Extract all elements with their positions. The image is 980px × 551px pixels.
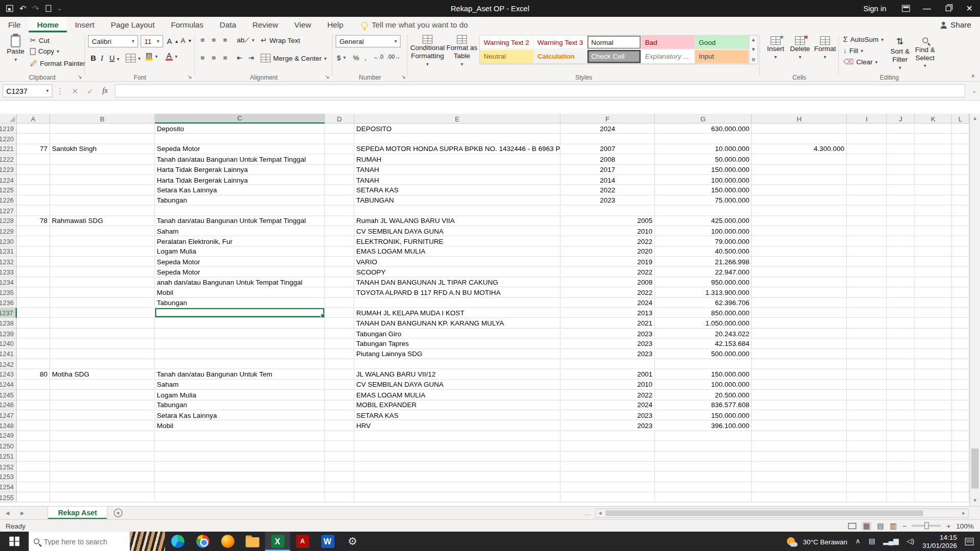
vertical-scroll-thumb[interactable]: [971, 448, 979, 488]
align-left-icon[interactable]: ≡: [201, 54, 205, 61]
cell-H1233[interactable]: [752, 267, 847, 277]
cell-D1223[interactable]: [325, 165, 355, 175]
zoom-slider[interactable]: [912, 525, 941, 527]
cell-L1234[interactable]: [952, 278, 969, 288]
cell-K1229[interactable]: [915, 226, 952, 236]
cell-F1251[interactable]: [560, 452, 655, 462]
scroll-down-icon[interactable]: ▼: [970, 496, 980, 506]
cell-C1223[interactable]: Harta Tidak Bergerak Lainnya: [155, 165, 325, 175]
cell-H1226[interactable]: [752, 195, 847, 206]
cell-I1228[interactable]: [847, 216, 887, 226]
cell-K1237[interactable]: [915, 308, 952, 318]
cell-C1236[interactable]: Tabungan: [155, 298, 325, 308]
cell-E1235[interactable]: TOYOTA ALPARD B 117 RFD A.N BU MOTIHA: [354, 288, 560, 298]
column-header-E[interactable]: E: [354, 114, 560, 124]
cell-F1221[interactable]: 2007: [560, 144, 655, 155]
cell-A1228[interactable]: 78: [17, 216, 50, 226]
gallery-up-icon[interactable]: ▲: [751, 37, 756, 42]
column-header-C[interactable]: C: [155, 114, 325, 124]
scroll-right-icon[interactable]: ►: [960, 509, 968, 517]
cell-B1246[interactable]: [50, 400, 155, 410]
cell-D1233[interactable]: [325, 267, 355, 277]
cell-A1252[interactable]: [17, 462, 50, 472]
cell-E1254[interactable]: [354, 482, 560, 492]
cell-L1228[interactable]: [952, 216, 969, 226]
volume-icon[interactable]: ◁): [907, 537, 915, 545]
cell-style-input[interactable]: Input: [695, 49, 749, 63]
cell-D1252[interactable]: [325, 462, 355, 472]
cell-B1252[interactable]: [50, 462, 155, 472]
sign-in-button[interactable]: Sign in: [854, 4, 895, 13]
cell-G1241[interactable]: 500.000.000: [655, 349, 752, 359]
autosum-button[interactable]: ΣAutoSum▾: [843, 35, 884, 44]
row-header-1224[interactable]: 1224: [0, 175, 17, 185]
cell-E1243[interactable]: JL WALANG BARU VII/12: [354, 369, 560, 380]
sheet-nav-left-icon[interactable]: ◄: [0, 510, 15, 516]
cell-D1238[interactable]: [325, 318, 355, 329]
cell-B1247[interactable]: [50, 410, 155, 420]
cell-E1233[interactable]: SCOOPY: [354, 267, 560, 277]
cell-I1219[interactable]: [847, 123, 887, 134]
cell-I1249[interactable]: [847, 431, 887, 441]
cell-G1230[interactable]: 79.000.000: [655, 236, 752, 246]
column-header-B[interactable]: B: [50, 114, 155, 124]
cell-J1223[interactable]: [887, 165, 915, 175]
network-icon[interactable]: ▂▄▆: [883, 537, 898, 545]
cell-K1230[interactable]: [915, 236, 952, 246]
tab-data[interactable]: Data: [211, 17, 244, 33]
cell-H1240[interactable]: [752, 339, 847, 349]
cell-A1241[interactable]: [17, 349, 50, 359]
cell-K1220[interactable]: [915, 134, 952, 144]
cell-L1243[interactable]: [952, 369, 969, 380]
row-header-1249[interactable]: 1249: [0, 431, 17, 441]
cell-C1241[interactable]: [155, 349, 325, 359]
cell-L1253[interactable]: [952, 472, 969, 482]
cell-K1242[interactable]: [915, 359, 952, 369]
cell-L1221[interactable]: [952, 144, 969, 155]
cell-E1250[interactable]: [354, 441, 560, 452]
gallery-down-icon[interactable]: ▼: [751, 47, 756, 53]
cell-B1224[interactable]: [50, 175, 155, 185]
row-header-1223[interactable]: 1223: [0, 165, 17, 175]
cell-I1246[interactable]: [847, 400, 887, 410]
cell-J1250[interactable]: [887, 441, 915, 452]
cell-K1239[interactable]: [915, 329, 952, 339]
borders-button[interactable]: ▾: [126, 54, 140, 62]
cell-A1230[interactable]: [17, 236, 50, 246]
row-header-1244[interactable]: 1244: [0, 380, 17, 390]
cell-A1237[interactable]: [17, 308, 50, 318]
search-input[interactable]: [44, 538, 117, 545]
zoom-in-icon[interactable]: +: [946, 522, 950, 530]
cell-L1246[interactable]: [952, 400, 969, 410]
cell-C1245[interactable]: Logam Mulia: [155, 390, 325, 400]
tab-file[interactable]: File: [0, 17, 29, 33]
cell-I1241[interactable]: [847, 349, 887, 359]
tab-home[interactable]: Home: [29, 17, 67, 33]
row-header-1239[interactable]: 1239: [0, 329, 17, 339]
cell-B1254[interactable]: [50, 482, 155, 492]
cell-A1255[interactable]: [17, 492, 50, 503]
cell-L1219[interactable]: [952, 123, 969, 134]
cell-style-neutral[interactable]: Neutral: [480, 49, 533, 63]
taskbar-word[interactable]: W: [315, 532, 340, 551]
row-header-1225[interactable]: 1225: [0, 185, 17, 195]
cell-F1243[interactable]: 2001: [560, 369, 655, 380]
cell-J1246[interactable]: [887, 400, 915, 410]
cell-H1228[interactable]: [752, 216, 847, 226]
cell-F1237[interactable]: 2013: [560, 308, 655, 318]
cell-L1238[interactable]: [952, 318, 969, 329]
cell-I1252[interactable]: [847, 462, 887, 472]
horizontal-scrollbar[interactable]: ◄ ►: [595, 508, 969, 517]
cell-K1240[interactable]: [915, 339, 952, 349]
row-header-1254[interactable]: 1254: [0, 482, 17, 492]
row-header-1245[interactable]: 1245: [0, 390, 17, 400]
redo-icon[interactable]: ↷: [33, 4, 39, 13]
cell-F1249[interactable]: [560, 431, 655, 441]
cell-C1227[interactable]: [155, 206, 325, 216]
undo-icon[interactable]: ↶: [19, 4, 26, 13]
close-button[interactable]: ✕: [959, 0, 980, 17]
cell-G1249[interactable]: [655, 431, 752, 441]
cell-J1238[interactable]: [887, 318, 915, 329]
cell-I1231[interactable]: [847, 246, 887, 257]
row-header-1221[interactable]: 1221: [0, 144, 17, 155]
